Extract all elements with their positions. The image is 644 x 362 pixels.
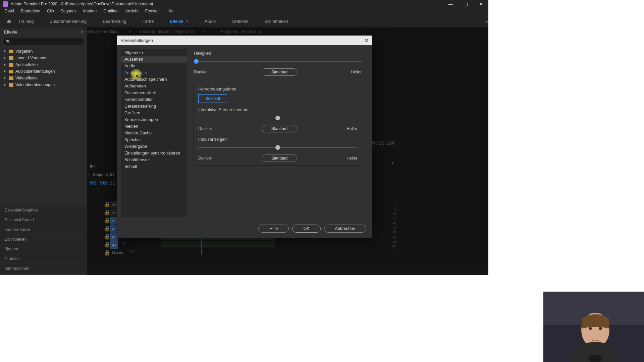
tree-videoeffekte[interactable]: Videoeffekte	[3, 75, 85, 81]
brightness-lighter: Heller	[351, 70, 362, 74]
ws-zusammenstellung[interactable]: Zusammenstellung	[48, 16, 88, 26]
prefs-category-list: Allgemein Aussehen Audio Audiogeräte Aut…	[121, 49, 187, 217]
svg-point-4	[589, 327, 592, 330]
ws-farbe[interactable]: Farbe	[141, 16, 155, 26]
menu-marken[interactable]: Marken	[80, 8, 100, 15]
cat-audio[interactable]: Audio	[121, 63, 187, 69]
cat-einstellungen-sync[interactable]: Einstellungen synchronisieren	[121, 150, 187, 157]
cat-medien-cache[interactable]: Medien-Cache	[121, 130, 187, 136]
menu-datei[interactable]: Datei	[1, 8, 17, 15]
ws-training[interactable]: Training	[17, 16, 35, 26]
effects-search[interactable]: 🔍	[3, 38, 84, 45]
panel-marken[interactable]: Marken	[0, 244, 87, 254]
overflow-icon[interactable]: »	[485, 18, 488, 24]
panel-protokoll[interactable]: Protokoll	[0, 254, 87, 263]
menu-grafiken[interactable]: Grafiken	[100, 8, 122, 15]
cat-medien[interactable]: Medien	[121, 123, 187, 130]
tree-vorgaben[interactable]: Vorgaben	[3, 48, 85, 55]
cat-audiogeraete[interactable]: Audiogeräte	[121, 69, 187, 76]
cancel-button[interactable]: Abbrechen	[324, 225, 366, 233]
app-logo-icon	[3, 1, 8, 7]
panel-lumetri-farbe[interactable]: Lumetri-Farbe	[0, 225, 87, 234]
effects-panel-title[interactable]: Effekte	[4, 29, 17, 35]
cat-fadercontroller[interactable]: Fadercontroller	[121, 96, 187, 103]
minimize-button[interactable]: —	[443, 0, 458, 8]
menu-ansicht[interactable]: Ansicht	[122, 8, 142, 15]
dialog-title-text: Voreinstellungen	[121, 38, 153, 43]
cat-allgemein[interactable]: Allgemein	[121, 49, 187, 56]
panel-essential-sound[interactable]: Essential Sound	[0, 215, 87, 225]
brightness-label: Helligkeit	[194, 51, 362, 56]
tree-audioeffekte[interactable]: Audioeffekte	[3, 61, 85, 68]
help-button[interactable]: Hilfe	[258, 225, 289, 233]
menu-fenster[interactable]: Fenster	[142, 8, 162, 15]
folder-icon	[9, 83, 13, 87]
ok-button[interactable]: OK	[292, 225, 320, 233]
focus-lighter: Heller	[347, 156, 357, 161]
ws-audio[interactable]: Audio	[203, 16, 217, 26]
folder-icon	[9, 70, 13, 73]
workspace-bar: Training Zusammenstellung Bearbeitung Fa…	[0, 15, 488, 27]
focus-slider[interactable]	[198, 144, 357, 151]
title-bar: Adobe Premiere Pro 2020 - C:\Benutzer\pe…	[0, 0, 488, 8]
cat-wiedergabe[interactable]: Wiedergabe	[121, 143, 187, 150]
ws-bibliotheken[interactable]: Bibliotheken	[263, 16, 289, 26]
brightness-slider[interactable]	[194, 58, 362, 65]
panel-menu-icon[interactable]: ≡	[80, 29, 83, 35]
tree-videoueberblendungen[interactable]: Videoüberblendungen	[3, 81, 85, 88]
cat-kennzeichnungen[interactable]: Kennzeichnungen	[121, 116, 187, 123]
interactive-label: Interaktive Steuerelemente:	[198, 108, 357, 112]
cat-schnitt[interactable]: Schnitt	[121, 163, 187, 170]
interactive-darker: Dunkler	[198, 126, 212, 131]
cursor-icon: ↖	[136, 74, 140, 79]
interactive-lighter: Heller	[347, 126, 357, 131]
example-button[interactable]: Beispiel	[198, 94, 227, 103]
cat-aufnehmen[interactable]: Aufnehmen	[121, 83, 187, 89]
cat-speicher[interactable]: Speicher	[121, 136, 187, 143]
ws-effekte[interactable]: Effekte ≡	[168, 16, 190, 26]
cat-auto-speichern[interactable]: Automatisch speichern	[121, 76, 187, 83]
cat-aussehen[interactable]: Aussehen	[121, 56, 187, 63]
menu-clip[interactable]: Clip	[44, 8, 57, 15]
preferences-dialog: Voreinstellungen ✕ Allgemein Aussehen Au…	[117, 36, 372, 238]
cat-zusammenarbeit[interactable]: Zusammenarbeit	[121, 89, 187, 96]
brightness-darker: Dunkler	[194, 70, 208, 74]
focus-standard-button[interactable]: Standard	[262, 155, 298, 162]
panel-bibliotheken[interactable]: Bibliotheken	[0, 235, 87, 244]
folder-icon	[9, 50, 13, 53]
svg-point-5	[599, 327, 602, 330]
tree-lumetri[interactable]: Lumetri-Vorgaben	[3, 55, 85, 61]
webcam-overlay	[543, 292, 644, 362]
brightness-standard-button[interactable]: Standard	[262, 68, 298, 76]
menu-sequenz[interactable]: Sequenz	[57, 8, 80, 15]
cat-grafiken[interactable]: Grafiken	[121, 110, 187, 116]
menu-bar: Datei Bearbeiten Clip Sequenz Marken Gra…	[0, 8, 488, 15]
ws-menu-icon[interactable]: ≡	[186, 19, 189, 24]
menu-bearbeiten[interactable]: Bearbeiten	[17, 8, 44, 15]
focus-darker: Dunkler	[198, 156, 212, 161]
window-title: Adobe Premiere Pro 2020 - C:\Benutzer\pe…	[11, 2, 153, 6]
dialog-close-button[interactable]: ✕	[363, 37, 370, 44]
maximize-button[interactable]: ▢	[458, 0, 473, 8]
cat-geraetesteuerung[interactable]: Gerätesteuerung	[121, 103, 187, 110]
interactive-slider[interactable]	[198, 115, 357, 122]
ws-bearbeitung[interactable]: Bearbeitung	[101, 16, 127, 26]
dialog-titlebar[interactable]: Voreinstellungen ✕	[117, 36, 372, 45]
panel-essential-graphics[interactable]: Essential Graphics	[0, 205, 87, 215]
cat-schnittfenster[interactable]: Schnittfenster	[121, 157, 187, 163]
panel-informationen[interactable]: Informationen	[0, 264, 87, 273]
highlight-color-label: Hervorhebungsfarbe	[198, 87, 357, 92]
menu-hilfe[interactable]: Hilfe	[162, 8, 177, 15]
folder-icon	[9, 56, 13, 60]
folder-icon	[9, 63, 13, 67]
focus-label: Fokusanzeigen:	[198, 137, 357, 142]
ws-grafiken[interactable]: Grafiken	[230, 16, 250, 26]
interactive-standard-button[interactable]: Standard	[262, 125, 298, 132]
home-icon[interactable]	[6, 19, 12, 24]
folder-icon	[9, 76, 13, 80]
close-button[interactable]: ✕	[473, 0, 488, 8]
tree-audioueberblendungen[interactable]: Audioüberblendungen	[3, 68, 85, 75]
